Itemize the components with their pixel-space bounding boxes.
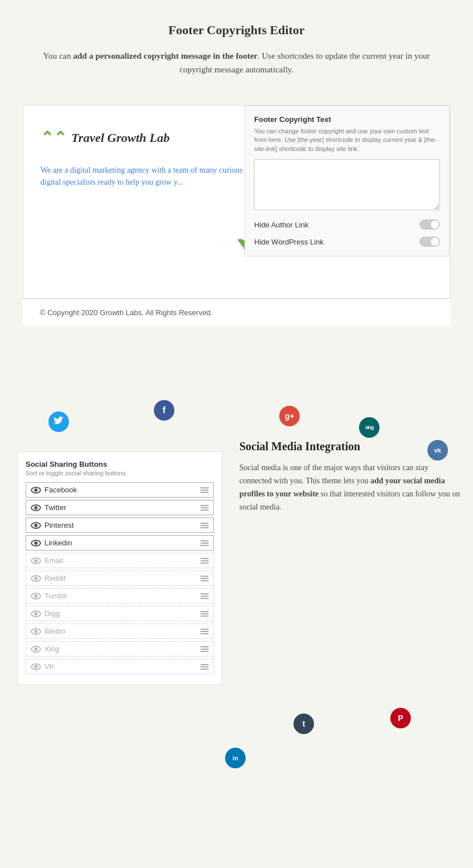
social-item-left: Linkedin bbox=[31, 539, 72, 547]
social-integration-panel: Social Media Integration Social media is… bbox=[239, 440, 462, 514]
visibility-icon bbox=[31, 487, 41, 494]
panel-title: Footer Copyright Text bbox=[254, 115, 440, 124]
logo-text: Travel Growth Lab bbox=[71, 131, 170, 145]
drag-handle-icon[interactable] bbox=[201, 664, 209, 670]
drag-handle-icon[interactable] bbox=[201, 505, 209, 511]
social-item-name: Pinterest bbox=[44, 521, 74, 529]
twitter-floating-icon bbox=[48, 411, 69, 432]
social-items-list: Facebook Twitter Pinterest bbox=[26, 482, 214, 674]
visibility-icon bbox=[31, 593, 41, 600]
desc-bold: add a personalized copyright message in … bbox=[73, 51, 258, 60]
visibility-icon bbox=[31, 540, 41, 547]
social-item-left: Email bbox=[31, 556, 63, 565]
drag-handle-icon[interactable] bbox=[201, 629, 209, 634]
visibility-icon bbox=[31, 575, 41, 582]
drag-handle-icon[interactable] bbox=[201, 576, 209, 581]
social-item-name: Linkedin bbox=[44, 539, 72, 547]
social-item-name: VK bbox=[44, 662, 54, 671]
linkedin-floating-icon: in bbox=[225, 748, 246, 768]
hide-wordpress-toggle[interactable] bbox=[419, 237, 440, 247]
footer-editor-title: Footer Copyrights Editor bbox=[23, 23, 450, 38]
social-section: f g+ xing vk Social Sharing Buttons Sort… bbox=[0, 394, 473, 736]
social-list-item[interactable]: Linkedin bbox=[26, 535, 214, 551]
integration-title: Social Media Integration bbox=[239, 440, 462, 453]
pinterest-floating-icon: P bbox=[390, 708, 411, 728]
footer-editor-section: Footer Copyrights Editor You can add a p… bbox=[0, 0, 473, 88]
panel-description: You can change footer copyright and use … bbox=[254, 127, 440, 153]
hide-author-row: Hide Author Link bbox=[254, 219, 440, 230]
social-item-name: Weibo bbox=[44, 627, 66, 635]
footer-preview-left: ⌃⌃ Travel Growth Lab We are a digital ma… bbox=[23, 105, 263, 211]
copyright-text: © Copyright 2020 Growth Labs. All Rights… bbox=[40, 308, 433, 317]
drag-handle-icon[interactable] bbox=[201, 646, 209, 652]
footer-editor-description: You can add a personalized copyright mes… bbox=[31, 49, 442, 76]
visibility-icon bbox=[31, 610, 41, 617]
social-item-left: Facebook bbox=[31, 486, 77, 494]
drag-handle-icon[interactable] bbox=[201, 487, 209, 493]
logo-chevron-icon: ⌃⌃ bbox=[40, 128, 67, 147]
social-item-name: Twitter bbox=[44, 503, 66, 512]
social-item-name: Reddit bbox=[44, 574, 66, 582]
social-item-left: Weibo bbox=[31, 627, 66, 635]
hide-author-toggle[interactable] bbox=[419, 219, 440, 230]
social-item-left: Twitter bbox=[31, 503, 66, 512]
footer-copyright-bar: © Copyright 2020 Growth Labs. All Rights… bbox=[23, 299, 450, 326]
spacer-2 bbox=[0, 360, 473, 394]
social-item-name: Facebook bbox=[44, 486, 77, 494]
social-item-left: Reddit bbox=[31, 574, 66, 582]
social-sharing-panel: Social Sharing Buttons Sort or toggle so… bbox=[17, 451, 222, 685]
spacer-1 bbox=[0, 326, 473, 360]
visibility-icon bbox=[31, 646, 41, 653]
drag-handle-icon[interactable] bbox=[201, 558, 209, 564]
drag-handle-icon[interactable] bbox=[201, 523, 209, 528]
social-panel-subtitle: Sort or toggle social sharing buttons. bbox=[26, 470, 214, 476]
social-list-item[interactable]: Xing bbox=[26, 641, 214, 657]
social-item-left: Tumblr bbox=[31, 592, 67, 600]
visibility-icon bbox=[31, 628, 41, 635]
footer-preview: ⌃⌃ Travel Growth Lab We are a digital ma… bbox=[23, 105, 450, 299]
social-list-item[interactable]: Weibo bbox=[26, 624, 214, 639]
tumblr-floating-icon: t bbox=[293, 714, 314, 734]
social-list-item[interactable]: Facebook bbox=[26, 482, 214, 498]
hide-author-label: Hide Author Link bbox=[254, 221, 308, 229]
footer-copyright-panel: Footer Copyright Text You can change foo… bbox=[244, 105, 450, 256]
visibility-icon bbox=[31, 557, 41, 564]
social-item-name: Tumblr bbox=[44, 592, 67, 600]
social-item-name: Xing bbox=[44, 645, 59, 653]
hide-wordpress-row: Hide WordPress Link bbox=[254, 237, 440, 247]
social-list-item[interactable]: Tumblr bbox=[26, 588, 214, 604]
drag-handle-icon[interactable] bbox=[201, 611, 209, 617]
visibility-icon bbox=[31, 504, 41, 511]
social-list-item[interactable]: VK bbox=[26, 659, 214, 674]
social-item-name: Digg bbox=[44, 609, 60, 618]
visibility-icon bbox=[31, 663, 41, 670]
facebook-floating-icon: f bbox=[154, 400, 174, 421]
drag-handle-icon[interactable] bbox=[201, 540, 209, 546]
desc-start: You can bbox=[43, 51, 74, 60]
social-item-left: Xing bbox=[31, 645, 59, 653]
xing-floating-icon: xing bbox=[359, 417, 380, 438]
drag-handle-icon[interactable] bbox=[201, 593, 209, 599]
copyright-text-input[interactable] bbox=[254, 159, 440, 210]
social-item-left: Pinterest bbox=[31, 521, 74, 529]
googleplus-floating-icon: g+ bbox=[279, 406, 300, 426]
social-item-left: VK bbox=[31, 662, 54, 671]
visibility-icon bbox=[31, 522, 41, 529]
social-panel-title: Social Sharing Buttons bbox=[26, 460, 214, 468]
social-list-item[interactable]: Email bbox=[26, 553, 214, 568]
hide-wordpress-label: Hide WordPress Link bbox=[254, 238, 324, 246]
social-list-item[interactable]: Pinterest bbox=[26, 517, 214, 533]
footer-preview-description: We are a digital marketing agency with a… bbox=[40, 164, 246, 188]
social-list-item[interactable]: Digg bbox=[26, 606, 214, 621]
logo-area: ⌃⌃ Travel Growth Lab bbox=[40, 128, 246, 147]
social-list-item[interactable]: Twitter bbox=[26, 500, 214, 515]
social-item-name: Email bbox=[44, 556, 63, 565]
social-item-left: Digg bbox=[31, 609, 60, 618]
social-list-item[interactable]: Reddit bbox=[26, 570, 214, 586]
integration-text: Social media is one of the major ways th… bbox=[239, 461, 462, 514]
